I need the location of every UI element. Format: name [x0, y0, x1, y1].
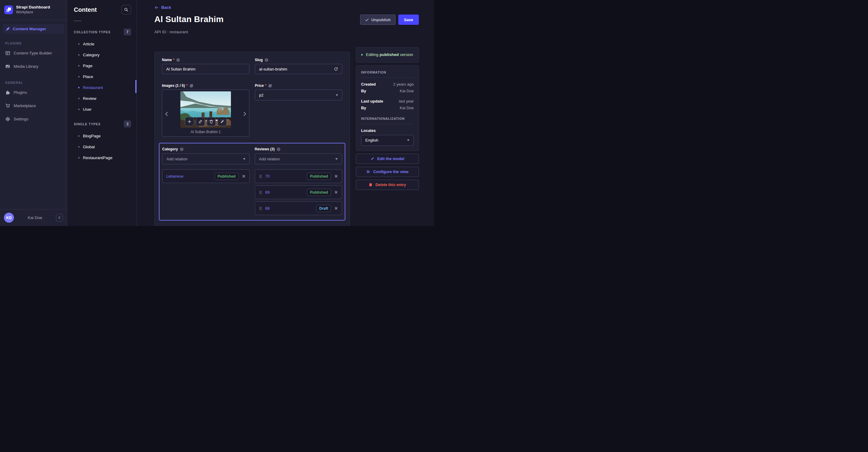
- subnav-item-page[interactable]: Page: [67, 60, 136, 71]
- image-icon: [5, 64, 10, 69]
- content-subnav: Content COLLECTION TYPES 7 Article Categ…: [67, 0, 137, 226]
- drag-handle-icon[interactable]: [259, 190, 262, 195]
- subnav-item-place[interactable]: Place: [67, 71, 136, 82]
- bullet-icon: [78, 54, 80, 56]
- drag-handle-icon[interactable]: [259, 206, 262, 211]
- bullet-icon: [78, 76, 80, 77]
- main-sidebar: Strapi Dashboard Workplace Content Manag…: [0, 0, 67, 226]
- delete-asset-button[interactable]: [207, 117, 216, 126]
- reviews-add-relation-select[interactable]: Add relation: [255, 153, 342, 164]
- reviews-field: Reviews (3) Add relation: [255, 147, 342, 215]
- sidebar-item-label: Marketplace: [13, 103, 36, 108]
- subnav-item-review[interactable]: Review: [67, 93, 136, 104]
- user-avatar[interactable]: KD: [4, 213, 14, 223]
- slug-field: Slug al-sultan-brahim: [255, 58, 342, 74]
- bullet-icon: [78, 43, 80, 45]
- relation-link[interactable]: Lebanese: [166, 174, 183, 179]
- subnav-item-restaurantpage[interactable]: RestaurantPage: [67, 152, 136, 163]
- bullet-icon: [78, 157, 80, 159]
- relations-group: Category Add relation: [159, 143, 345, 221]
- bullet-icon: [78, 108, 80, 110]
- remove-relation-icon[interactable]: [334, 190, 338, 194]
- asset-caption: Al Sultan Brahim 1: [191, 130, 221, 134]
- add-asset-button[interactable]: [185, 117, 194, 126]
- chevron-down-icon: [335, 158, 338, 160]
- plugins-section-label: PLUGINS: [5, 41, 62, 45]
- edit-model-button[interactable]: Edit the model: [356, 154, 419, 164]
- category-field: Category Add relation: [162, 147, 250, 215]
- api-id: API ID : restaurant: [154, 30, 419, 34]
- search-button[interactable]: [121, 5, 131, 14]
- globe-strike-icon: [189, 84, 193, 88]
- restaurant-photo[interactable]: [180, 91, 231, 128]
- subnav-item-blogpage[interactable]: BlogPage: [67, 130, 136, 141]
- configure-view-button[interactable]: Configure the view: [356, 167, 419, 177]
- sidebar-item-content-manager[interactable]: Content Manager: [3, 24, 64, 34]
- remove-relation-icon[interactable]: [334, 206, 338, 210]
- sidebar-item-plugins[interactable]: Plugins: [3, 86, 64, 99]
- header-actions: Unpublish Save: [360, 14, 419, 25]
- strapi-logo-icon: [4, 5, 13, 14]
- subnav-item-user[interactable]: User: [67, 104, 136, 115]
- carousel-next-icon[interactable]: [243, 111, 246, 116]
- subnav-item-article[interactable]: Article: [67, 38, 136, 49]
- remove-relation-icon[interactable]: [334, 174, 338, 178]
- bullet-icon: [78, 98, 80, 99]
- locale-select[interactable]: English: [361, 135, 414, 146]
- relation-link[interactable]: 70: [266, 174, 270, 179]
- chevron-down-icon: [336, 94, 338, 96]
- updated-by-row: By Kai Doe: [361, 105, 414, 110]
- edit-asset-button[interactable]: [218, 117, 227, 126]
- relation-link[interactable]: 68: [266, 206, 270, 211]
- chevron-down-icon: [407, 139, 409, 141]
- copy-link-button[interactable]: [196, 117, 205, 126]
- version-status-box: Editing published version: [356, 47, 419, 62]
- version-status-text: Editing published version: [366, 52, 413, 58]
- subnav-item-global[interactable]: Global: [67, 141, 136, 152]
- bullet-icon: [78, 87, 80, 88]
- remove-relation-icon[interactable]: [242, 174, 246, 178]
- single-types-header: SINGLE TYPES 3: [74, 121, 131, 127]
- subnav-item-category[interactable]: Category: [67, 49, 136, 60]
- delete-component-icon[interactable]: [338, 226, 342, 226]
- main-content: Back Al Sultan Brahim API ID : restauran…: [137, 0, 434, 226]
- created-by-row: By Kai Doe: [361, 89, 414, 93]
- arrow-left-icon: [154, 5, 159, 10]
- gear-icon: [5, 117, 10, 122]
- strapi-app: Strapi Dashboard Workplace Content Manag…: [0, 0, 434, 226]
- category-add-relation-select[interactable]: Add relation: [162, 153, 250, 164]
- back-link[interactable]: Back: [154, 5, 171, 10]
- drag-handle-icon[interactable]: [259, 174, 262, 179]
- information-heading: INFORMATION: [361, 70, 414, 74]
- slug-input[interactable]: al-sultan-brahim: [255, 64, 342, 74]
- collection-types-header: COLLECTION TYPES 7: [74, 28, 131, 35]
- price-select[interactable]: p2: [255, 90, 342, 100]
- sidebar-item-marketplace[interactable]: Marketplace: [3, 99, 64, 112]
- sidebar-item-settings[interactable]: Settings: [3, 112, 64, 126]
- information-panel: INFORMATION Created 2 years ago By Kai D…: [356, 65, 419, 151]
- status-badge: Published: [215, 173, 239, 180]
- divider: [361, 124, 414, 124]
- sidebar-item-content-type-builder[interactable]: Content-Type Builder: [3, 46, 64, 60]
- entry-side-panel: Editing published version INFORMATION Cr…: [356, 47, 419, 190]
- last-update-row: Last update last year: [361, 99, 414, 103]
- subnav-item-restaurant[interactable]: Restaurant: [67, 82, 136, 93]
- unpublish-button[interactable]: Unpublish: [360, 14, 396, 25]
- carousel-prev-icon[interactable]: [165, 111, 168, 116]
- feather-pen-icon: [5, 27, 10, 31]
- name-input[interactable]: Al Sultan Brahim: [162, 64, 249, 74]
- save-button[interactable]: Save: [398, 14, 419, 25]
- bullet-icon: [78, 146, 80, 148]
- sidebar-item-media-library[interactable]: Media Library: [3, 60, 64, 73]
- images-field: Images (1 / 5)*: [162, 84, 249, 137]
- relation-link[interactable]: 69: [266, 190, 270, 195]
- regenerate-slug-icon[interactable]: [334, 67, 338, 71]
- review-relation-row: 69 Published: [255, 186, 342, 199]
- delete-entry-button[interactable]: Delete this entry: [356, 180, 419, 190]
- general-section-label: GENERAL: [5, 81, 62, 85]
- globe-icon: [176, 58, 180, 62]
- workspace-brand[interactable]: Strapi Dashboard Workplace: [0, 0, 67, 19]
- collapse-sidebar-button[interactable]: [56, 214, 63, 222]
- divider: [74, 21, 82, 21]
- subnav-scrollbar-thumb[interactable]: [135, 80, 136, 93]
